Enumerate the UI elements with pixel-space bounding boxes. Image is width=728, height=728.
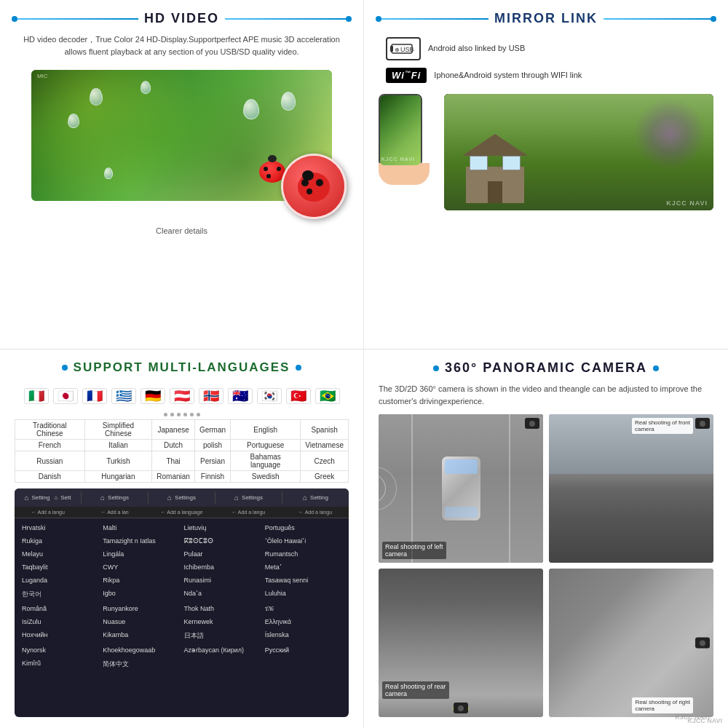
lang-item-15: Ichibemba [183,561,262,573]
flowers-overlay [633,98,706,170]
lang-col-german: German [194,420,230,440]
bottom-half: Support Multi-Languages 🇮🇹 🇯🇵 🇫🇷 🇬🇷 🇩🇪 🇦… [0,349,728,728]
usb-feature: ⊕ USB Android also linked by USB [386,37,706,60]
lang-table-row-1: French Italian Dutch polish Portuguese V… [15,440,349,451]
lang-item-17: Luganda [20,574,100,586]
drop-1 [90,88,103,106]
flag-turkey: 🇹🇷 [286,388,311,404]
wifi-badge: Wi™Fi [386,68,427,83]
top-down-car [379,414,543,563]
lang-item-31: Kernewek [183,616,262,628]
flag-brazil: 🇧🇷 [315,388,340,404]
lang-item-33: Нохчийн [20,629,100,643]
cam-dot-right [653,365,659,371]
flag-australia: 🇦🇺 [228,388,253,404]
cam-dot-left [433,365,439,371]
ladybug-head [268,155,277,162]
mirror-screen-content [444,94,713,210]
rear-cam-icon [454,703,468,713]
mirror-link-title: MIRROR LINK [494,11,598,26]
lang-item-21: 한국어 [20,587,100,601]
hd-video-section: HD VIDEO HD video decoder，True Color 24 … [0,0,364,349]
lang-col-english: English [231,420,301,440]
header-line-right [225,18,349,20]
lang-item-30: Nuasue [101,616,181,628]
wifi-feature-text: Iphone&Android system through WIFI link [434,70,582,81]
camera-section: 360° Panoramic Camera The 3D/2D 360° cam… [364,349,728,728]
lang-item-22: Igbo [101,587,181,601]
lang-item-41: Kimîrũ [20,657,100,671]
svg-rect-6 [390,46,393,52]
page-container: HD VIDEO HD video decoder，True Color 24 … [0,0,728,728]
flag-austria: 🇦🇹 [170,388,194,404]
mirror-screen-watermark: KJCC NAVI [666,199,708,207]
lang-item-28: ᱫᱤᱜ [264,603,343,614]
lang-tab-1[interactable]: ⌂ Setting ⌂ Sett [15,491,82,504]
dot-3 [177,413,181,416]
dot-5 [190,413,194,416]
mirror-screen-mock: KJCC NAVI [444,94,713,210]
lang-tab-3[interactable]: ⌂ Settings [149,491,215,504]
ladybug-dot-1 [264,167,268,171]
hand-shape [379,163,430,185]
phone-watermark: KJCC NAVI [381,157,415,162]
left-cam-label: Real shooting of leftcamera [382,542,446,559]
svg-point-2 [301,179,309,186]
left-cam-icon [525,418,539,429]
lang-table-header-row: Traditional Chinese Simplified Chinese J… [15,420,349,440]
drop-4 [68,114,79,128]
right-cam-icon [695,638,710,649]
flag-norway: 🇳🇴 [199,388,223,404]
flag-greece: 🇬🇷 [111,388,136,404]
lang-portuguese: Portuguese [231,440,301,451]
lang-vietnamese: Vietnamese [301,440,349,451]
clearer-label: Clearer details [156,226,207,235]
usb-symbol: ⊕ USB [390,41,416,56]
lang-dot-left [62,365,68,371]
lang-item-24: Luluhia [264,587,343,601]
lang-item-13: Taqbaylit [20,561,100,573]
lang-greek: Greek [301,471,349,483]
dot-6 [197,413,200,416]
dot-4 [183,413,187,416]
lang-bahamas: Bahamas language [231,451,301,471]
lang-thai: Thai [152,451,195,471]
car-top-shape [441,456,481,521]
lang-item-14: CWY [101,561,181,573]
camera-grid: Real shooting of leftcamera Real shootin… [379,414,713,717]
lang-col-japanese: Japanese [152,420,195,440]
right-cam-label-outside: Real shooting of rightcamera [632,697,693,713]
lang-hungarian: Hungarian [84,471,152,483]
lang-item-1: Hrvatski [20,522,100,534]
lang-item-19: Runasimi [183,574,262,586]
lang-finnish: Finnish [194,471,230,483]
flag-japan: 🇯🇵 [53,388,78,404]
drop-2 [141,81,151,94]
lang-item-37: Nynorsk [20,644,100,656]
phone-hand: KJCC NAVI [379,94,437,185]
house-shape [466,152,524,203]
lang-item-32: Ελληνικά [264,616,343,628]
lang-item-42: 简体中文 [101,657,181,671]
lang-item-5: Rukiga [20,535,100,547]
camera-header: 360° Panoramic Camera [379,360,713,376]
lang-tab-2[interactable]: ⌂ Settings [82,491,149,504]
lang-tab-4[interactable]: ⌂ Settings [215,491,282,504]
lang-tab-5[interactable]: ⌂ Setting [282,491,349,504]
mirror-header-line-right [604,18,713,20]
lang-item-12: Rumantsch [264,548,343,560]
right-camera-view: Real shooting of rightcamera [549,569,713,717]
usb-feature-text: Android also linked by USB [428,43,525,54]
front-cam-content [549,414,713,563]
right-cam-content [549,569,713,717]
flag-korea: 🇰🇷 [257,388,282,404]
lang-screen-content: Hrvatski Malti Lietuvių Português Rukiga… [15,518,349,675]
magnify-inner [283,156,344,217]
svg-point-3 [316,179,323,186]
lang-item-10: Lingála [101,548,181,560]
language-title: Support Multi-Languages [74,360,290,375]
lang-item-34: Kikamba [101,629,181,643]
lang-french: French [15,440,85,451]
lang-item-27: Thok Nath [183,603,262,614]
lang-dot-right [296,365,301,371]
